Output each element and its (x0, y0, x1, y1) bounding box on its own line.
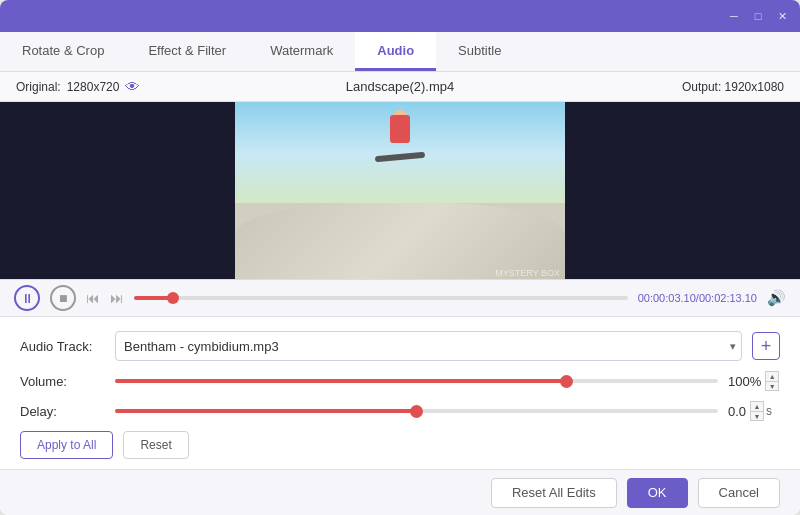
stop-button[interactable]: ⏹ (50, 285, 76, 311)
maximize-button[interactable]: □ (750, 8, 766, 24)
tab-subtitle[interactable]: Subtitle (436, 32, 523, 71)
volume-slider[interactable] (115, 379, 718, 383)
prev-button[interactable]: ⏮ (86, 290, 100, 306)
delay-slider[interactable] (115, 409, 718, 413)
video-area: MYSTERY BOX (0, 102, 800, 279)
volume-down-button[interactable]: ▼ (765, 381, 779, 391)
tab-watermark[interactable]: Watermark (248, 32, 355, 71)
delay-row: Delay: 0.0 ▲ ▼ s (20, 401, 780, 421)
delay-value: 0.0 (728, 404, 746, 419)
main-window: ─ □ ✕ Rotate & Crop Effect & Filter Wate… (0, 0, 800, 515)
delay-thumb[interactable] (410, 405, 423, 418)
time-display: 00:00:03.10/00:02:13.10 (638, 292, 757, 304)
volume-icon[interactable]: 🔊 (767, 289, 786, 307)
delay-up-button[interactable]: ▲ (750, 401, 764, 411)
volume-value-box: 100% ▲ ▼ (728, 371, 780, 391)
pause-button[interactable]: ⏸ (14, 285, 40, 311)
tabs-bar: Rotate & Crop Effect & Filter Watermark … (0, 32, 800, 72)
minimize-button[interactable]: ─ (726, 8, 742, 24)
eye-icon[interactable]: 👁 (125, 78, 140, 95)
volume-label: Volume: (20, 374, 105, 389)
delay-spinner: ▲ ▼ (750, 401, 764, 421)
volume-up-button[interactable]: ▲ (765, 371, 779, 381)
info-bar: Original: 1280x720 👁 Landscape(2).mp4 Ou… (0, 72, 800, 102)
original-res: 1280x720 (67, 80, 120, 94)
original-label: Original: (16, 80, 61, 94)
video-preview: MYSTERY BOX (235, 102, 565, 279)
progress-fill (134, 296, 173, 300)
progress-bar[interactable] (134, 296, 628, 300)
cancel-button[interactable]: Cancel (698, 478, 780, 508)
next-button[interactable]: ⏭ (110, 290, 124, 306)
filename-label: Landscape(2).mp4 (176, 79, 624, 94)
time-total: 00:02:13.10 (699, 292, 757, 304)
delay-label: Delay: (20, 404, 105, 419)
delay-value-box: 0.0 ▲ ▼ s (728, 401, 780, 421)
volume-fill (115, 379, 567, 383)
tab-rotate[interactable]: Rotate & Crop (0, 32, 126, 71)
volume-spinner: ▲ ▼ (765, 371, 779, 391)
ok-button[interactable]: OK (627, 478, 688, 508)
reset-all-button[interactable]: Reset All Edits (491, 478, 617, 508)
delay-down-button[interactable]: ▼ (750, 411, 764, 421)
progress-thumb[interactable] (167, 292, 179, 304)
delay-unit: s (766, 404, 772, 418)
title-bar-controls: ─ □ ✕ (726, 8, 790, 24)
volume-row: Volume: 100% ▲ ▼ (20, 371, 780, 391)
audio-track-select[interactable]: Bentham - cymbidium.mp3 (115, 331, 742, 361)
original-info: Original: 1280x720 👁 (16, 78, 176, 95)
skater-body (390, 115, 410, 143)
time-current: 00:00:03.10 (638, 292, 696, 304)
volume-thumb[interactable] (560, 375, 573, 388)
audio-track-label: Audio Track: (20, 339, 105, 354)
skater-board (375, 152, 425, 162)
close-button[interactable]: ✕ (774, 8, 790, 24)
delay-fill (115, 409, 417, 413)
title-bar: ─ □ ✕ (0, 0, 800, 32)
video-watermark: MYSTERY BOX (495, 268, 560, 278)
tab-audio[interactable]: Audio (355, 32, 436, 71)
add-audio-button[interactable]: + (752, 332, 780, 360)
tab-effect[interactable]: Effect & Filter (126, 32, 248, 71)
player-controls: ⏸ ⏹ ⏮ ⏭ 00:00:03.10/00:02:13.10 🔊 (0, 279, 800, 317)
stop-icon: ⏹ (58, 292, 69, 304)
output-label: Output: 1920x1080 (624, 80, 784, 94)
audio-track-select-wrapper: Bentham - cymbidium.mp3 ▾ (115, 331, 742, 361)
volume-value: 100% (728, 374, 761, 389)
audio-track-row: Audio Track: Bentham - cymbidium.mp3 ▾ + (20, 331, 780, 361)
apply-all-button[interactable]: Apply to All (20, 431, 113, 459)
action-row: Apply to All Reset (20, 431, 780, 459)
reset-audio-button[interactable]: Reset (123, 431, 188, 459)
audio-panel: Audio Track: Bentham - cymbidium.mp3 ▾ +… (0, 317, 800, 469)
footer: Reset All Edits OK Cancel (0, 469, 800, 515)
pause-icon: ⏸ (21, 291, 34, 306)
